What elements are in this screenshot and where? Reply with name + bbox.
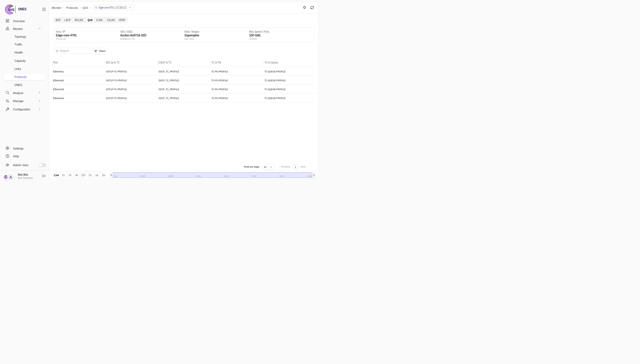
svg-text:aviz: aviz	[5, 176, 8, 178]
svg-text:aviz: aviz	[8, 7, 15, 11]
